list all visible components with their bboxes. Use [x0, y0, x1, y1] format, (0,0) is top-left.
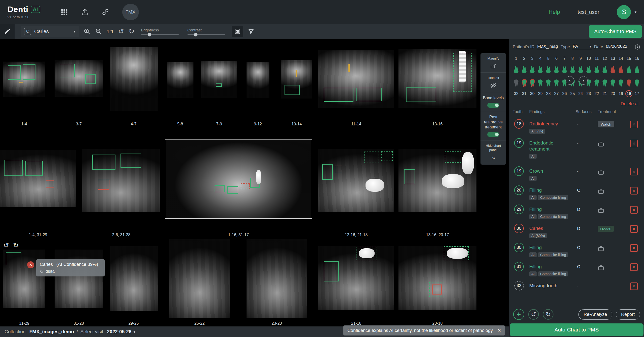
delete-finding-button[interactable]: ✕	[630, 244, 638, 252]
tooth-icon[interactable]	[610, 63, 616, 76]
tooth-icon[interactable]	[601, 63, 608, 76]
tooth-number[interactable]: 8	[569, 55, 576, 62]
magnify-button[interactable]: Magnify	[480, 53, 506, 72]
xray-thumbnail[interactable]	[110, 246, 158, 311]
patient-id-input[interactable]: FMX_imag	[537, 44, 558, 50]
tooth-number[interactable]: 19	[617, 90, 624, 97]
tooth-number[interactable]: 15	[625, 55, 632, 62]
tooth-number-badge[interactable]: 31	[514, 262, 524, 271]
xray-thumbnail[interactable]	[82, 149, 160, 212]
tooth-icon[interactable]	[618, 63, 624, 76]
tooth-number[interactable]: 7	[561, 55, 568, 62]
tooth-icon[interactable]	[585, 63, 592, 76]
reanalyze-button[interactable]: Re-Analyze	[578, 309, 612, 320]
tooth-number[interactable]: 20	[609, 90, 616, 97]
delete-finding-button[interactable]: ✕	[630, 121, 638, 128]
tooth-number-badge[interactable]: 29	[514, 205, 524, 214]
collection-value[interactable]: FMX_images_demo	[29, 329, 74, 334]
tooth-number[interactable]: 16	[633, 55, 640, 62]
panoramic-thumbnail[interactable]	[165, 139, 312, 219]
hide-all-button[interactable]: Hide all	[480, 72, 506, 92]
tooth-number[interactable]: 3	[529, 55, 536, 62]
xray-thumbnail[interactable]	[318, 149, 394, 212]
tooth-number-badge[interactable]: 30	[514, 224, 524, 233]
finding-row[interactable]: 32 Missing tooth - ✕	[509, 279, 644, 298]
tooth-number[interactable]: 21	[601, 90, 608, 97]
xray-thumbnail[interactable]	[398, 49, 476, 108]
tooth-number[interactable]: 22	[593, 90, 600, 97]
add-treatment-button[interactable]	[598, 264, 604, 271]
finding-row[interactable]: 20 Filling AI Composite filling O ✕	[509, 183, 644, 203]
tooth-icon[interactable]	[521, 63, 528, 76]
rotate-right-button[interactable]: ↻	[129, 28, 134, 35]
avatar[interactable]: S	[617, 5, 631, 19]
report-button[interactable]: Report	[616, 309, 640, 320]
tooth-icon[interactable]	[529, 63, 536, 76]
delete-finding-button[interactable]: ✕	[630, 168, 638, 175]
tooth-icon[interactable]	[545, 77, 552, 90]
tooth-number[interactable]: 25	[569, 90, 576, 97]
add-treatment-button[interactable]	[598, 168, 604, 175]
xray-thumbnail[interactable]	[167, 62, 193, 98]
add-treatment-button[interactable]	[598, 207, 604, 214]
rotate-right-button[interactable]: ↻	[13, 242, 19, 249]
tooth-icon[interactable]	[537, 63, 544, 76]
xray-thumbnail[interactable]	[398, 149, 476, 212]
date-value[interactable]: 05/26/2022	[605, 44, 628, 50]
xray-thumbnail[interactable]	[318, 50, 394, 108]
prev-tooth-button[interactable]: ‹	[566, 76, 574, 85]
delete-all-link[interactable]: Delete all	[616, 98, 644, 109]
tooth-number[interactable]: 6	[553, 55, 560, 62]
add-treatment-button[interactable]	[598, 187, 604, 195]
tooth-icon[interactable]	[626, 63, 632, 76]
toast-close-button[interactable]: ✕	[497, 328, 501, 333]
tooth-icon[interactable]	[626, 77, 632, 90]
delete-finding-button[interactable]: ✕	[630, 225, 638, 233]
xray-thumbnail[interactable]	[247, 62, 269, 98]
xray-thumbnail[interactable]	[3, 250, 45, 308]
finding-row[interactable]: 19 Crown AI - ✕	[509, 164, 644, 183]
rotate-left-button[interactable]: ↺	[118, 28, 124, 35]
tooth-number-badge[interactable]: 20	[514, 185, 524, 195]
tooth-number[interactable]: 5	[545, 55, 552, 62]
tooth-number-badge[interactable]: 18	[514, 119, 524, 129]
tooth-number-badge[interactable]: 32	[514, 281, 524, 291]
tooth-number[interactable]: 13	[609, 55, 616, 62]
help-link[interactable]: Help	[549, 9, 560, 15]
tooth-number[interactable]: 28	[545, 90, 552, 97]
tooth-icon[interactable]	[553, 77, 560, 90]
tooth-icon[interactable]	[569, 63, 576, 76]
tooth-icon[interactable]	[634, 63, 640, 76]
hide-chart-panel-button[interactable]: Hide chart panel »	[480, 140, 506, 165]
xray-thumbnail[interactable]	[3, 62, 45, 97]
xray-thumbnail[interactable]	[169, 239, 230, 318]
brightness-slider[interactable]	[141, 34, 179, 35]
brightness-slider-thumb[interactable]	[148, 33, 151, 36]
account-menu[interactable]: S ▾	[617, 5, 636, 19]
add-treatment-button[interactable]	[598, 140, 604, 147]
tooth-icon[interactable]	[610, 77, 616, 90]
invert-button[interactable]	[232, 26, 243, 37]
tooth-number[interactable]: 12	[601, 55, 608, 62]
tooth-number[interactable]: 4	[537, 55, 544, 62]
bone-levels-toggle[interactable]	[487, 103, 499, 108]
finding-row[interactable]: 31 Filling AI Composite filling O ✕	[509, 260, 644, 279]
contrast-slider-thumb[interactable]	[194, 33, 197, 36]
tooth-number[interactable]: 9	[577, 55, 584, 62]
tooth-number-badge[interactable]: 19	[514, 138, 524, 148]
tooth-number[interactable]: 26	[561, 90, 568, 97]
delete-finding-button[interactable]: ✕	[630, 187, 638, 195]
xray-thumbnail[interactable]	[0, 150, 76, 207]
autochart-pms-button[interactable]: Auto-Chart to PMS	[510, 323, 643, 336]
delete-finding-button[interactable]: ✕	[630, 206, 638, 214]
xray-thumbnail[interactable]	[110, 47, 158, 111]
tooth-icon[interactable]	[513, 77, 519, 90]
redo-button[interactable]: ↻	[543, 309, 553, 320]
xray-thumbnail[interactable]	[398, 246, 476, 310]
tooth-number[interactable]: 31	[521, 90, 528, 97]
past-restorative-toggle[interactable]	[487, 132, 499, 137]
findings-list[interactable]: 18 Radiolucency AI (7%) - Watch ✕ 19 End…	[509, 117, 644, 306]
contrast-slider[interactable]	[187, 34, 225, 35]
tooth-icon[interactable]	[561, 63, 568, 76]
tooth-number-badge[interactable]: 19	[514, 166, 524, 176]
